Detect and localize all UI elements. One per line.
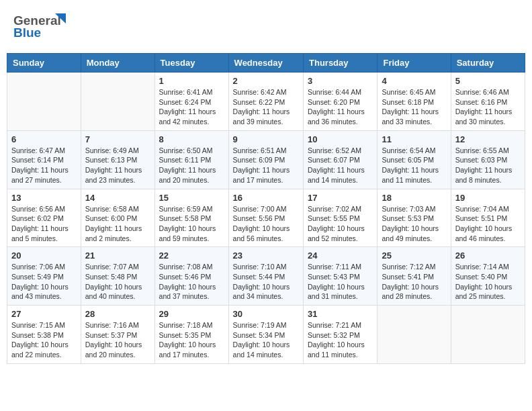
day-info: Sunrise: 6:42 AM Sunset: 6:22 PM Dayligh… [233,87,299,127]
day-info: Sunrise: 7:11 AM Sunset: 5:43 PM Dayligh… [308,262,373,302]
day-info: Sunrise: 7:16 AM Sunset: 5:37 PM Dayligh… [85,320,150,360]
day-number: 14 [85,193,150,203]
calendar-cell: 4Sunrise: 6:45 AM Sunset: 6:18 PM Daylig… [378,73,451,131]
day-info: Sunrise: 7:00 AM Sunset: 5:56 PM Dayligh… [233,204,299,244]
day-info: Sunrise: 7:02 AM Sunset: 5:55 PM Dayligh… [308,204,373,244]
calendar-week-row: 20Sunrise: 7:06 AM Sunset: 5:49 PM Dayli… [7,247,525,306]
calendar-cell: 9Sunrise: 6:51 AM Sunset: 6:09 PM Daylig… [228,130,303,189]
calendar-cell [81,73,154,131]
calendar-cell: 13Sunrise: 6:56 AM Sunset: 6:02 PM Dayli… [7,189,81,247]
day-info: Sunrise: 7:12 AM Sunset: 5:41 PM Dayligh… [382,262,446,302]
day-of-week-header: Wednesday [228,54,303,73]
day-number: 2 [233,76,299,86]
calendar-cell: 12Sunrise: 6:55 AM Sunset: 6:03 PM Dayli… [451,130,525,189]
day-number: 10 [308,134,373,144]
calendar-cell: 30Sunrise: 7:19 AM Sunset: 5:34 PM Dayli… [228,306,303,364]
day-of-week-header: Tuesday [154,54,228,73]
day-number: 5 [455,76,521,86]
day-info: Sunrise: 7:19 AM Sunset: 5:34 PM Dayligh… [233,320,299,360]
day-number: 22 [159,250,224,261]
day-number: 4 [382,76,446,86]
calendar-cell: 23Sunrise: 7:10 AM Sunset: 5:44 PM Dayli… [228,247,303,306]
calendar-week-row: 13Sunrise: 6:56 AM Sunset: 6:02 PM Dayli… [7,189,525,247]
day-number: 6 [11,134,77,144]
calendar-cell: 24Sunrise: 7:11 AM Sunset: 5:43 PM Dayli… [304,247,378,306]
calendar-cell: 14Sunrise: 6:58 AM Sunset: 6:00 PM Dayli… [81,189,154,247]
day-number: 26 [455,250,521,261]
day-info: Sunrise: 6:44 AM Sunset: 6:20 PM Dayligh… [308,87,373,127]
day-number: 25 [382,250,446,261]
day-info: Sunrise: 6:51 AM Sunset: 6:09 PM Dayligh… [233,146,299,185]
calendar-table: SundayMondayTuesdayWednesdayThursdayFrid… [7,53,525,364]
day-number: 27 [11,309,77,319]
day-number: 19 [455,193,521,203]
day-number: 28 [85,309,150,319]
day-number: 23 [233,250,299,261]
day-number: 9 [233,134,299,144]
day-info: Sunrise: 7:06 AM Sunset: 5:49 PM Dayligh… [11,262,77,302]
day-of-week-header: Sunday [7,54,81,73]
calendar-cell: 29Sunrise: 7:18 AM Sunset: 5:35 PM Dayli… [154,306,228,364]
day-number: 1 [159,76,224,86]
day-info: Sunrise: 6:46 AM Sunset: 6:16 PM Dayligh… [455,87,521,127]
day-info: Sunrise: 6:41 AM Sunset: 6:24 PM Dayligh… [159,87,224,127]
calendar-cell: 5Sunrise: 6:46 AM Sunset: 6:16 PM Daylig… [451,73,525,131]
day-of-week-header: Saturday [451,54,525,73]
calendar-cell: 17Sunrise: 7:02 AM Sunset: 5:55 PM Dayli… [304,189,378,247]
calendar-cell: 26Sunrise: 7:14 AM Sunset: 5:40 PM Dayli… [451,247,525,306]
calendar-cell: 21Sunrise: 7:07 AM Sunset: 5:48 PM Dayli… [81,247,154,306]
calendar-cell: 10Sunrise: 6:52 AM Sunset: 6:07 PM Dayli… [304,130,378,189]
calendar-cell: 18Sunrise: 7:03 AM Sunset: 5:53 PM Dayli… [378,189,451,247]
calendar-cell [378,306,451,364]
day-info: Sunrise: 7:10 AM Sunset: 5:44 PM Dayligh… [233,262,299,302]
day-number: 20 [11,250,77,261]
calendar-cell: 31Sunrise: 7:21 AM Sunset: 5:32 PM Dayli… [304,306,378,364]
calendar-cell [7,73,81,131]
day-info: Sunrise: 6:59 AM Sunset: 5:58 PM Dayligh… [159,204,224,244]
calendar-cell: 8Sunrise: 6:50 AM Sunset: 6:11 PM Daylig… [154,130,228,189]
calendar-cell: 27Sunrise: 7:15 AM Sunset: 5:38 PM Dayli… [7,306,81,364]
day-number: 31 [308,309,373,319]
day-info: Sunrise: 7:15 AM Sunset: 5:38 PM Dayligh… [11,320,77,360]
day-info: Sunrise: 7:18 AM Sunset: 5:35 PM Dayligh… [159,320,224,360]
day-number: 8 [159,134,224,144]
calendar-cell: 6Sunrise: 6:47 AM Sunset: 6:14 PM Daylig… [7,130,81,189]
day-number: 18 [382,193,446,203]
calendar-cell: 15Sunrise: 6:59 AM Sunset: 5:58 PM Dayli… [154,189,228,247]
calendar-cell: 3Sunrise: 6:44 AM Sunset: 6:20 PM Daylig… [304,73,378,131]
calendar-week-row: 1Sunrise: 6:41 AM Sunset: 6:24 PM Daylig… [7,73,525,131]
day-info: Sunrise: 7:14 AM Sunset: 5:40 PM Dayligh… [455,262,521,302]
day-number: 3 [308,76,373,86]
day-info: Sunrise: 6:52 AM Sunset: 6:07 PM Dayligh… [308,146,373,185]
day-info: Sunrise: 7:07 AM Sunset: 5:48 PM Dayligh… [85,262,150,302]
day-info: Sunrise: 7:03 AM Sunset: 5:53 PM Dayligh… [382,204,446,244]
day-info: Sunrise: 6:56 AM Sunset: 6:02 PM Dayligh… [11,204,77,244]
calendar-week-row: 6Sunrise: 6:47 AM Sunset: 6:14 PM Daylig… [7,130,525,189]
day-number: 29 [159,309,224,319]
day-info: Sunrise: 6:49 AM Sunset: 6:13 PM Dayligh… [85,146,150,185]
day-number: 24 [308,250,373,261]
day-info: Sunrise: 7:04 AM Sunset: 5:51 PM Dayligh… [455,204,521,244]
day-info: Sunrise: 6:55 AM Sunset: 6:03 PM Dayligh… [455,146,521,185]
calendar-cell: 16Sunrise: 7:00 AM Sunset: 5:56 PM Dayli… [228,189,303,247]
day-info: Sunrise: 6:58 AM Sunset: 6:00 PM Dayligh… [85,204,150,244]
day-info: Sunrise: 6:47 AM Sunset: 6:14 PM Dayligh… [11,146,77,185]
day-number: 11 [382,134,446,144]
day-number: 15 [159,193,224,203]
calendar-cell: 11Sunrise: 6:54 AM Sunset: 6:05 PM Dayli… [378,130,451,189]
page-header: General Blue [7,7,525,46]
day-info: Sunrise: 6:45 AM Sunset: 6:18 PM Dayligh… [382,87,446,127]
day-number: 13 [11,193,77,203]
day-info: Sunrise: 6:54 AM Sunset: 6:05 PM Dayligh… [382,146,446,185]
calendar-cell: 22Sunrise: 7:08 AM Sunset: 5:46 PM Dayli… [154,247,228,306]
calendar-cell: 19Sunrise: 7:04 AM Sunset: 5:51 PM Dayli… [451,189,525,247]
calendar-cell: 20Sunrise: 7:06 AM Sunset: 5:49 PM Dayli… [7,247,81,306]
calendar-cell: 1Sunrise: 6:41 AM Sunset: 6:24 PM Daylig… [154,73,228,131]
day-info: Sunrise: 7:08 AM Sunset: 5:46 PM Dayligh… [159,262,224,302]
day-number: 17 [308,193,373,203]
calendar-week-row: 27Sunrise: 7:15 AM Sunset: 5:38 PM Dayli… [7,306,525,364]
calendar-cell: 2Sunrise: 6:42 AM Sunset: 6:22 PM Daylig… [228,73,303,131]
day-number: 30 [233,309,299,319]
day-number: 7 [85,134,150,144]
day-number: 16 [233,193,299,203]
